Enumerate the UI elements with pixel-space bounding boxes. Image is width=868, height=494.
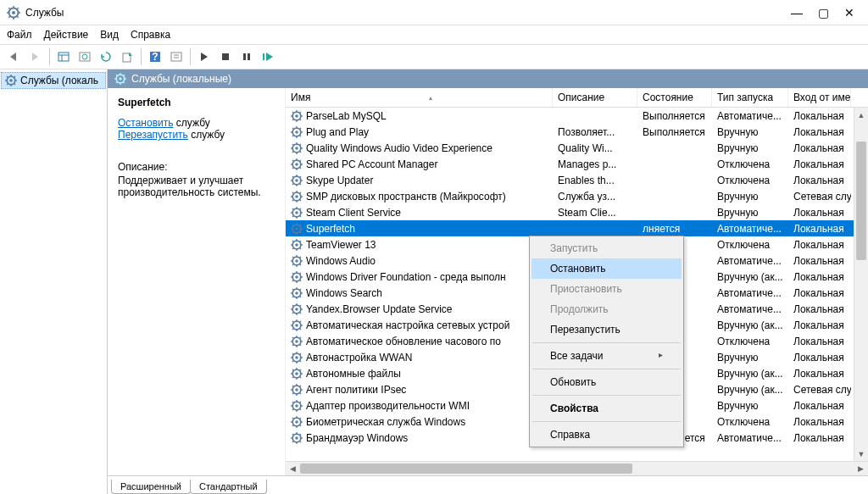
svc-state: Выполняется (637, 125, 712, 139)
svc-start: Отключена (712, 335, 788, 348)
menu-help[interactable]: Справка (131, 29, 170, 41)
title-bar: Службы — ▢ ✕ (0, 0, 868, 25)
service-row[interactable]: SMP дисковых пространств (Майкрософт)Слу… (286, 188, 868, 204)
col-logon[interactable]: Вход от име (788, 88, 851, 107)
refresh-button[interactable] (97, 47, 115, 66)
col-desc[interactable]: Описание (553, 88, 637, 107)
back-button[interactable] (5, 47, 24, 66)
svc-start: Вручную (712, 190, 788, 203)
close-button[interactable]: ✕ (844, 6, 854, 19)
description-text: Поддерживает и улучшает производительнос… (118, 175, 278, 198)
svc-start: Отключена (712, 238, 788, 252)
tab-standard[interactable]: Стандартный (190, 480, 267, 494)
menu-bar: Файл Действие Вид Справка (0, 25, 868, 44)
help-button[interactable]: ? (146, 47, 164, 66)
service-row[interactable]: Shared PC Account ManagerManages p...Отк… (286, 156, 868, 172)
stop-button[interactable] (216, 47, 235, 66)
restart-service-link[interactable]: Перезапустить (118, 129, 188, 141)
restart-button[interactable] (259, 47, 277, 66)
gear-icon (291, 191, 303, 203)
col-name[interactable]: Имя▴ (286, 88, 553, 107)
gear-icon (291, 432, 303, 444)
svc-logon: Сетевая слу (788, 383, 851, 397)
gear-icon (291, 303, 303, 315)
ctx-Остановить[interactable]: Остановить (531, 258, 682, 279)
svc-desc (553, 228, 637, 230)
col-state[interactable]: Состояние (637, 88, 712, 107)
svc-start: Вручную (712, 351, 788, 364)
svg-text:?: ? (152, 51, 158, 63)
pane-header: Службы (локальные) (108, 69, 868, 88)
ctx-Все задачи[interactable]: Все задачи (531, 346, 682, 366)
toolbar-btn-1[interactable] (54, 47, 73, 66)
ctx-Приостановить: Приостановить (531, 279, 682, 299)
detail-service-name: Superfetch (118, 97, 278, 108)
window-title: Службы (25, 7, 791, 19)
view-tabs: Расширенный Стандартный (108, 475, 868, 494)
gear-icon (291, 319, 303, 331)
svc-start: Вручную (ак... (712, 270, 788, 284)
svc-logon: Локальная (788, 254, 851, 268)
svc-logon: Локальная (788, 125, 851, 139)
app-icon (7, 6, 20, 19)
gear-icon (291, 239, 303, 251)
menu-view[interactable]: Вид (100, 29, 119, 41)
service-row[interactable]: SuperfetchлняетсяАвтоматиче...Локальная (286, 220, 868, 236)
svc-name: Quality Windows Audio Video Experience (306, 142, 492, 154)
svc-name: Windows Audio (306, 255, 376, 267)
svc-name: Superfetch (306, 223, 355, 235)
svc-desc: Служба уз... (553, 190, 637, 203)
toolbar: ? (0, 44, 868, 69)
export-button[interactable] (118, 47, 136, 66)
ctx-Продолжить: Продолжить (531, 299, 682, 319)
svc-desc: Enables th... (553, 174, 637, 187)
ctx-Обновить[interactable]: Обновить (531, 372, 682, 392)
svg-rect-10 (58, 53, 69, 61)
gear-icon (291, 223, 303, 235)
tree-item-services[interactable]: Службы (локаль (1, 72, 106, 89)
svc-name: Автоматическое обновление часового по (306, 336, 501, 347)
ctx-Справка[interactable]: Справка (531, 425, 682, 445)
minimize-button[interactable]: — (791, 6, 803, 19)
tree-pane: Службы (локаль (0, 69, 108, 494)
stop-service-link[interactable]: Остановить (118, 117, 174, 129)
toolbar-btn-2[interactable] (75, 47, 94, 66)
gear-icon (291, 416, 303, 428)
svc-name: TeamViewer 13 (306, 239, 376, 251)
menu-file[interactable]: Файл (7, 29, 32, 41)
svc-name: Автонастройка WWAN (306, 352, 412, 364)
toolbar-btn-6[interactable] (167, 47, 186, 66)
svc-state: Выполняется (637, 109, 712, 123)
svc-state (637, 196, 712, 197)
ctx-Перезапустить[interactable]: Перезапустить (531, 319, 682, 340)
service-row[interactable]: Steam Client ServiceSteam Clie...Вручную… (286, 204, 868, 220)
service-row[interactable]: ParseLab MySQLВыполняетсяАвтоматиче...Ло… (286, 108, 868, 124)
svc-logon: Локальная (788, 174, 851, 187)
service-row[interactable]: Quality Windows Audio Video ExperienceQu… (286, 140, 868, 156)
gear-icon (291, 175, 303, 186)
ctx-Свойства[interactable]: Свойства (531, 398, 682, 419)
vertical-scrollbar[interactable]: ▲ ▼ (854, 108, 868, 461)
col-start[interactable]: Тип запуска (712, 88, 788, 107)
svc-state (637, 180, 712, 181)
svc-start: Вручную (712, 125, 788, 139)
menu-action[interactable]: Действие (44, 29, 89, 41)
maximize-button[interactable]: ▢ (818, 6, 829, 19)
gear-icon (5, 75, 17, 86)
gear-icon (291, 158, 303, 170)
forward-button[interactable] (26, 47, 45, 66)
pane-header-title: Службы (локальные) (131, 73, 231, 85)
horizontal-scrollbar[interactable]: ◀▶ (286, 461, 868, 475)
svc-name: Биометрическая служба Windows (306, 416, 465, 428)
service-row[interactable]: Skype UpdaterEnables th...ОтключенаЛокал… (286, 172, 868, 188)
svc-logon: Локальная (788, 238, 851, 252)
start-button[interactable] (195, 47, 214, 66)
pause-button[interactable] (237, 47, 256, 66)
gear-icon (291, 271, 303, 283)
svc-start: Отключена (712, 174, 788, 187)
service-row[interactable]: Plug and PlayПозволяет...ВыполняетсяВруч… (286, 124, 868, 140)
svc-start: Автоматиче... (712, 254, 788, 268)
svc-start: Вручную (712, 206, 788, 219)
svc-name: Windows Search (306, 287, 382, 299)
tab-extended[interactable]: Расширенный (111, 480, 191, 494)
